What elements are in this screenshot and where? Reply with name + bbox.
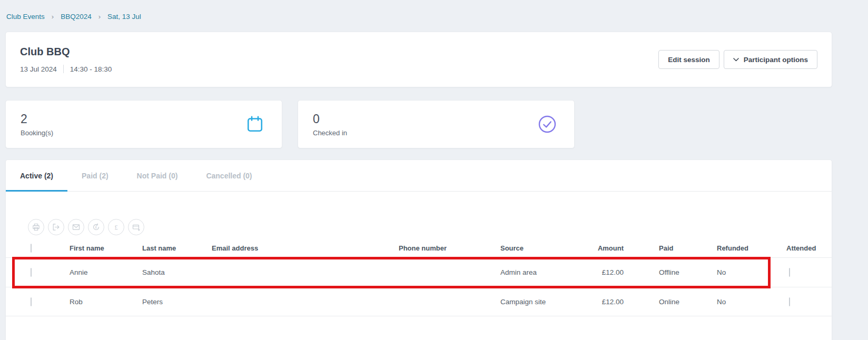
header-phone: Phone number xyxy=(399,244,500,252)
checked-in-stat-card: 0 Checked in xyxy=(298,100,575,148)
add-card-button[interactable] xyxy=(128,219,144,235)
session-info: Club BBQ 13 Jul 2024 14:30 - 18:30 xyxy=(20,46,112,73)
check-circle-icon xyxy=(538,115,557,134)
bookings-stat-card: 2 Booking(s) xyxy=(5,100,282,148)
header-email: Email address xyxy=(212,244,399,252)
session-detail-page: Club Events › BBQ2024 › Sat, 13 Jul Club… xyxy=(0,0,868,340)
header-source: Source xyxy=(500,244,579,252)
row-checkbox[interactable] xyxy=(31,297,32,306)
cell-amount: £12.00 xyxy=(579,298,624,306)
print-button[interactable] xyxy=(28,219,44,235)
checked-in-count: 0 xyxy=(313,112,347,126)
printer-icon xyxy=(32,223,41,232)
email-icon xyxy=(72,223,81,232)
charge-button[interactable]: £ xyxy=(108,219,124,235)
row-checkbox[interactable] xyxy=(31,268,32,277)
header-attended: Attended xyxy=(786,244,828,252)
attended-checkbox[interactable] xyxy=(789,297,790,306)
header-paid: Paid xyxy=(624,244,717,252)
tab-not-paid[interactable]: Not Paid (0) xyxy=(123,160,192,191)
cell-refunded: No xyxy=(717,298,786,306)
cell-amount: £12.00 xyxy=(579,268,624,276)
cell-first-name: Annie xyxy=(70,268,142,276)
bookings-count: 2 xyxy=(21,112,53,126)
svg-text:£: £ xyxy=(95,225,97,229)
breadcrumb: Club Events › BBQ2024 › Sat, 13 Jul xyxy=(6,13,141,21)
table-header-row: First name Last name Email address Phone… xyxy=(6,238,832,258)
session-date: 13 Jul 2024 xyxy=(20,65,57,73)
booking-status-tabs: Active (2) Paid (2) Not Paid (0) Cancell… xyxy=(6,160,832,192)
tab-cancelled[interactable]: Cancelled (0) xyxy=(192,160,266,191)
card-add-icon xyxy=(132,223,141,232)
chevron-down-icon xyxy=(733,58,739,62)
cell-paid: Online xyxy=(624,298,717,306)
checked-in-label: Checked in xyxy=(313,129,347,137)
cell-source: Admin area xyxy=(500,268,579,276)
attended-checkbox[interactable] xyxy=(789,268,790,277)
calendar-icon xyxy=(245,115,264,134)
participant-options-button[interactable]: Participant options xyxy=(724,50,817,69)
breadcrumb-link-club-events[interactable]: Club Events xyxy=(6,13,45,21)
select-all-checkbox[interactable] xyxy=(31,244,32,253)
tab-active[interactable]: Active (2) xyxy=(6,160,67,191)
edit-session-button[interactable]: Edit session xyxy=(658,50,719,69)
bookings-label: Booking(s) xyxy=(21,129,53,137)
edit-session-label: Edit session xyxy=(668,56,710,64)
cell-source: Campaign site xyxy=(500,298,579,306)
pound-icon: £ xyxy=(112,223,121,232)
svg-text:£: £ xyxy=(114,224,117,231)
cell-last-name: Sahota xyxy=(142,268,212,276)
refund-button[interactable]: £ xyxy=(88,219,104,235)
export-button[interactable] xyxy=(48,219,64,235)
header-first-name: First name xyxy=(70,244,142,252)
cell-last-name: Peters xyxy=(142,298,212,306)
session-header-card: Club BBQ 13 Jul 2024 14:30 - 18:30 Edit … xyxy=(5,32,832,87)
export-icon xyxy=(52,223,61,232)
breadcrumb-link-session-date[interactable]: Sat, 13 Jul xyxy=(107,13,141,21)
breadcrumb-link-bbq2024[interactable]: BBQ2024 xyxy=(61,13,92,21)
breadcrumb-separator: › xyxy=(52,13,54,21)
page-title: Club BBQ xyxy=(20,46,112,58)
participant-options-label: Participant options xyxy=(744,56,808,64)
cell-first-name: Rob xyxy=(70,298,142,306)
breadcrumb-separator: › xyxy=(98,13,101,21)
header-amount: Amount xyxy=(579,244,624,252)
header-last-name: Last name xyxy=(142,244,212,252)
table-row[interactable]: Rob Peters Campaign site £12.00 Online N… xyxy=(6,287,832,316)
cell-paid: Offline xyxy=(624,268,717,276)
session-time: 14:30 - 18:30 xyxy=(70,65,112,73)
bookings-panel: Active (2) Paid (2) Not Paid (0) Cancell… xyxy=(5,159,832,340)
divider xyxy=(63,65,64,73)
email-button[interactable] xyxy=(68,219,84,235)
bulk-actions-toolbar: £ £ xyxy=(28,219,832,235)
header-refunded: Refunded xyxy=(717,244,786,252)
cell-refunded: No xyxy=(717,268,786,276)
refund-icon: £ xyxy=(92,223,101,232)
table-row[interactable]: Annie Sahota Admin area £12.00 Offline N… xyxy=(6,258,832,287)
tab-paid[interactable]: Paid (2) xyxy=(67,160,123,191)
